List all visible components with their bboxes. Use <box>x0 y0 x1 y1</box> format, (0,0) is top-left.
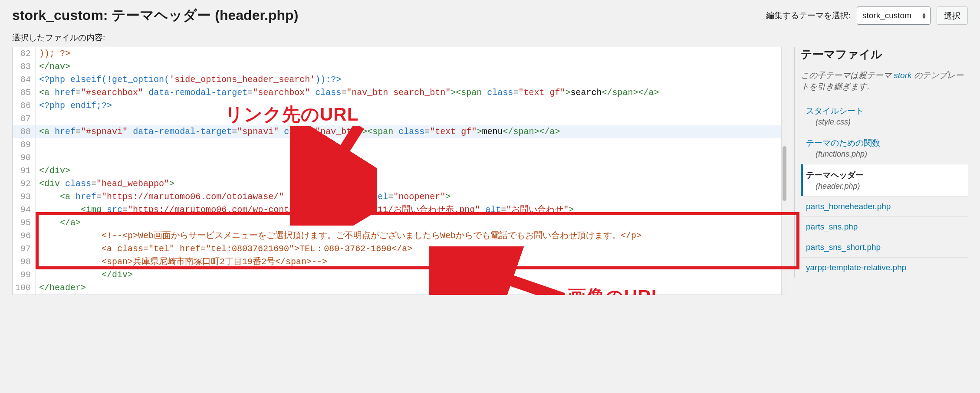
code-cell[interactable]: <a class="tel" href="tel:08037621690">TE… <box>36 242 787 255</box>
select-button[interactable]: 選択 <box>937 7 968 25</box>
file-item-label: スタイルシート <box>806 106 864 115</box>
line-number: 86 <box>13 99 36 112</box>
code-cell[interactable]: <img src="https://marutomo06.com/wp-cont… <box>36 203 787 216</box>
line-number: 97 <box>13 242 36 255</box>
code-line[interactable]: 88<a href="#spnavi" data-remodal-target=… <box>13 125 787 138</box>
theme-select-value: stork_custom <box>862 11 911 20</box>
code-cell[interactable] <box>36 151 787 164</box>
scrollbar-thumb[interactable] <box>783 146 786 201</box>
file-item[interactable]: parts_sns_short.php <box>801 237 968 257</box>
line-number: 83 <box>13 60 36 73</box>
code-line[interactable]: 85<a href="#searchbox" data-remodal-targ… <box>13 86 787 99</box>
page-title: stork_custom: テーマヘッダー (header.php) <box>12 6 298 25</box>
code-cell[interactable]: </div> <box>36 269 787 282</box>
code-line[interactable]: 92<div class="head_webappo"> <box>13 177 787 190</box>
file-item-filename: (header.php) <box>806 182 968 191</box>
file-item-filename: (functions.php) <box>806 150 968 159</box>
file-item[interactable]: parts_sns.php <box>801 216 968 237</box>
code-line[interactable]: 89 <box>13 138 787 151</box>
line-number: 94 <box>13 203 36 216</box>
line-number: 92 <box>13 177 36 190</box>
code-cell[interactable]: )); ?> <box>36 47 787 60</box>
code-cell[interactable]: <div class="head_webappo"> <box>36 177 787 190</box>
code-line[interactable]: 98 <span>兵庫県尼崎市南塚口町2丁目19番2号</span>--> <box>13 255 787 269</box>
code-cell[interactable]: <?php endif;?> <box>36 99 787 112</box>
file-item[interactable]: yarpp-template-relative.php <box>801 257 968 278</box>
file-item[interactable]: スタイルシート(style.css) <box>801 100 968 132</box>
dropdown-arrows-icon: ▲▼ <box>921 12 927 19</box>
file-item-label: parts_sns_short.php <box>806 242 881 252</box>
code-cell[interactable]: </a> <box>36 216 787 229</box>
sidebar-note-before: この子テーマは親テーマ <box>801 71 894 80</box>
line-number: 98 <box>13 255 36 269</box>
editor-wrap: 82)); ?>83</nav>84<?php elseif(!get_opti… <box>12 47 787 295</box>
code-line[interactable]: 100</header> <box>13 282 787 295</box>
line-number: 100 <box>13 282 36 295</box>
page-header: stork_custom: テーマヘッダー (header.php) 編集するテ… <box>0 0 980 29</box>
file-item-label: parts_sns.php <box>806 222 858 231</box>
line-number: 82 <box>13 47 36 60</box>
code-line[interactable]: 86<?php endif;?> <box>13 99 787 112</box>
code-line[interactable]: 96 <!--<p>Web画面からサービスメニューをご選択頂けます。ご不明点がご… <box>13 229 787 242</box>
code-line[interactable]: 95 </a> <box>13 216 787 229</box>
line-number: 95 <box>13 216 36 229</box>
file-item[interactable]: テーマヘッダー(header.php) <box>801 164 968 196</box>
code-cell[interactable] <box>36 138 787 151</box>
file-item-label: yarpp-template-relative.php <box>806 263 906 272</box>
code-line[interactable]: 90 <box>13 151 787 164</box>
code-line[interactable]: 91</div> <box>13 164 787 177</box>
code-cell[interactable]: <a href="https://marutomo06.com/otoiawas… <box>36 190 787 203</box>
line-number: 84 <box>13 73 36 86</box>
file-item[interactable]: テーマのための関数(functions.php) <box>801 132 968 164</box>
line-number: 89 <box>13 138 36 151</box>
code-cell[interactable]: <span>兵庫県尼崎市南塚口町2丁目19番2号</span>--> <box>36 255 787 269</box>
code-line[interactable]: 82)); ?> <box>13 47 787 60</box>
line-number: 96 <box>13 229 36 242</box>
code-cell[interactable] <box>36 112 787 125</box>
code-cell[interactable]: <!--<p>Web画面からサービスメニューをご選択頂けます。ご不明点がございま… <box>36 229 787 242</box>
code-line[interactable]: 93 <a href="https://marutomo06.com/otoia… <box>13 190 787 203</box>
code-line[interactable]: 97 <a class="tel" href="tel:08037621690"… <box>13 242 787 255</box>
code-cell[interactable]: </div> <box>36 164 787 177</box>
code-cell[interactable]: <a href="#spnavi" data-remodal-target="s… <box>36 125 787 138</box>
line-number: 88 <box>13 125 36 138</box>
line-number: 93 <box>13 190 36 203</box>
main-row: 82)); ?>83</nav>84<?php elseif(!get_opti… <box>0 47 980 295</box>
file-item-label: テーマのための関数 <box>806 138 880 147</box>
code-line[interactable]: 83</nav> <box>13 60 787 73</box>
theme-select-label: 編集するテーマを選択: <box>766 10 851 21</box>
code-line[interactable]: 94 <img src="https://marutomo06.com/wp-c… <box>13 203 787 216</box>
code-line[interactable]: 84<?php elseif(!get_option('side_options… <box>13 73 787 86</box>
file-item[interactable]: parts_homeheader.php <box>801 196 968 216</box>
theme-files-sidebar: テーマファイル この子テーマは親テーマ stork のテンプレートを引き継ぎます… <box>794 47 968 278</box>
vertical-scrollbar[interactable] <box>781 47 787 295</box>
theme-select-row: 編集するテーマを選択: stork_custom ▲▼ 選択 <box>766 7 968 25</box>
code-cell[interactable]: </header> <box>36 282 787 295</box>
line-number: 87 <box>13 112 36 125</box>
code-editor[interactable]: 82)); ?>83</nav>84<?php elseif(!get_opti… <box>12 47 787 295</box>
sidebar-note: この子テーマは親テーマ stork のテンプレートを引き継ぎます。 <box>801 70 968 92</box>
sidebar-title: テーマファイル <box>801 47 968 62</box>
theme-select-dropdown[interactable]: stork_custom ▲▼ <box>857 7 931 25</box>
code-cell[interactable]: <?php elseif(!get_option('side_options_h… <box>36 73 787 86</box>
file-list: スタイルシート(style.css)テーマのための関数(functions.ph… <box>801 100 968 278</box>
code-cell[interactable]: </nav> <box>36 60 787 73</box>
file-item-label: テーマヘッダー <box>806 170 864 180</box>
selected-file-label: 選択したファイルの内容: <box>0 29 980 47</box>
code-line[interactable]: 99 </div> <box>13 269 787 282</box>
line-number: 99 <box>13 269 36 282</box>
line-number: 90 <box>13 151 36 164</box>
file-item-label: parts_homeheader.php <box>806 202 891 211</box>
line-number: 91 <box>13 164 36 177</box>
file-item-filename: (style.css) <box>806 118 968 127</box>
line-number: 85 <box>13 86 36 99</box>
code-line[interactable]: 87 <box>13 112 787 125</box>
parent-theme-link[interactable]: stork <box>894 71 911 80</box>
code-cell[interactable]: <a href="#searchbox" data-remodal-target… <box>36 86 787 99</box>
